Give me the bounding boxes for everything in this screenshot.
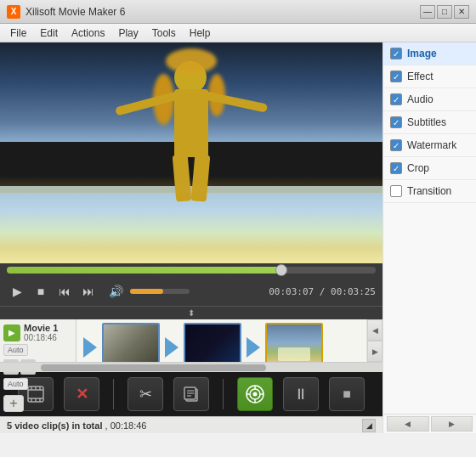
seek-bar[interactable] (7, 267, 376, 274)
status-bar: 5 video clip(s) in total , 00:18:46 ◢ (0, 416, 382, 433)
menu-bar: File Edit Actions Play Tools Help (0, 24, 476, 42)
scrollbar-thumb[interactable] (41, 364, 266, 371)
panel-item-crop[interactable]: ✓ Crop (383, 157, 476, 180)
panel-checkbox-subtitles[interactable]: ✓ (390, 116, 402, 128)
panel-checkbox-transition[interactable] (390, 185, 402, 197)
app-icon: X (7, 5, 20, 19)
clip-icon: ▶ (3, 324, 20, 341)
panel-label-watermark: Watermark (407, 139, 456, 151)
panel-checkbox-crop[interactable]: ✓ (390, 162, 402, 174)
panel-item-transition[interactable]: Transition (383, 180, 476, 203)
timeline-content: ▶ Movie 1 00:18:46 Auto 🎬 ⚙ Auto + (0, 319, 382, 362)
transport-bar: ▶ ■ ⏮ ⏭ 🔊 00:03:07 / 00:03:25 (0, 277, 382, 306)
delete-button[interactable]: ✕ (64, 377, 99, 411)
time-display: 00:03:07 / 00:03:25 (193, 286, 376, 297)
add-clip-button[interactable]: + (3, 395, 24, 412)
clip-thumbnail-2[interactable] (184, 323, 241, 362)
bottom-toolbar: ✕ ✂ (0, 372, 382, 416)
panel-label-effect: Effect (407, 71, 433, 82)
next-button[interactable]: ⏭ (78, 281, 99, 302)
right-panel: ✓ Image ✓ Effect ✓ Audio ✓ Subtitles ✓ W… (382, 42, 476, 433)
menu-tools[interactable]: Tools (145, 25, 183, 41)
menu-actions[interactable]: Actions (65, 25, 111, 41)
arrow-shape-3 (246, 337, 260, 358)
figure-body (174, 89, 208, 157)
status-text: 5 video clip(s) in total , 00:18:46 (7, 420, 146, 431)
scroll-down-button[interactable]: ▶ (367, 341, 382, 362)
clip-info-panel: ▶ Movie 1 00:18:46 Auto 🎬 ⚙ Auto + (0, 319, 76, 362)
render-button[interactable] (237, 377, 273, 411)
clip-duration: 00:18:46 (24, 333, 58, 342)
cut-button[interactable]: ✂ (128, 377, 163, 411)
prev-button[interactable]: ⏮ (54, 281, 75, 302)
volume-slider[interactable] (130, 289, 190, 294)
clip-arrow-2 (162, 323, 182, 362)
stop-icon: ■ (343, 386, 351, 402)
timeline-scrollbar[interactable] (0, 362, 382, 372)
copy-button[interactable] (173, 377, 209, 411)
panel-item-audio[interactable]: ✓ Audio (383, 88, 476, 111)
stop-button[interactable]: ■ (31, 281, 51, 302)
svg-point-16 (253, 392, 258, 397)
panel-item-effect[interactable]: ✓ Effect (383, 65, 476, 88)
clip-arrow-3 (243, 323, 264, 362)
progress-handle[interactable] (275, 264, 287, 276)
clip-thumbnail-1[interactable] (102, 323, 160, 362)
figure-leg-left (173, 155, 192, 202)
delete-icon: ✕ (76, 385, 88, 403)
video-preview[interactable] (0, 42, 382, 263)
pause-button[interactable]: ⏸ (283, 377, 319, 411)
panel-checkbox-watermark[interactable]: ✓ (390, 139, 402, 151)
panel-label-transition: Transition (407, 185, 451, 197)
main-area: ▶ ■ ⏮ ⏭ 🔊 00:03:07 / 00:03:25 ⬍ ▶ (0, 42, 476, 433)
minimize-button[interactable]: — (420, 5, 435, 19)
menu-edit[interactable]: Edit (33, 25, 65, 41)
clip-sub-badge: Auto (3, 378, 28, 390)
panel-scroll-up[interactable]: ◀ (387, 416, 429, 432)
clip-arrow-1 (80, 323, 100, 362)
panel-item-watermark[interactable]: ✓ Watermark (383, 134, 476, 157)
panel-checkbox-effect[interactable]: ✓ (390, 71, 402, 82)
right-scroll-panel: ◀ ▶ (366, 319, 382, 362)
panel-label-audio: Audio (407, 93, 434, 105)
progress-fill (7, 267, 284, 274)
clip-thumbnail-3[interactable] (265, 323, 323, 362)
panel-label-subtitles: Subtitles (407, 116, 446, 128)
stop-render-button[interactable]: ■ (329, 377, 365, 411)
film-add-icon (26, 384, 46, 404)
panel-label-image: Image (407, 48, 437, 59)
arrow-shape-2 (165, 337, 178, 358)
panel-item-subtitles[interactable]: ✓ Subtitles (383, 111, 476, 134)
panel-item-image[interactable]: ✓ Image (383, 42, 476, 65)
copy-icon (182, 385, 201, 403)
panel-scroll-down[interactable]: ▶ (431, 416, 473, 432)
toolbar-divider-2 (223, 379, 224, 409)
status-resize-handle[interactable]: ◢ (362, 419, 376, 432)
panel-checkbox-image[interactable]: ✓ (390, 48, 402, 59)
volume-icon: 🔊 (109, 285, 123, 298)
figure-hair-top (166, 48, 217, 74)
play-button[interactable]: ▶ (7, 281, 27, 302)
expand-row[interactable]: ⬍ (0, 306, 382, 319)
timeline-track[interactable] (76, 319, 366, 362)
right-panel-scroll: ◀ ▶ (383, 414, 476, 433)
panel-checkbox-audio[interactable]: ✓ (390, 93, 402, 105)
center-panel: ▶ ■ ⏮ ⏭ 🔊 00:03:07 / 00:03:25 ⬍ ▶ (0, 42, 382, 433)
video-figure (149, 74, 234, 201)
figure-leg-right (191, 155, 211, 202)
timeline-area: ▶ Movie 1 00:18:46 Auto 🎬 ⚙ Auto + (0, 319, 382, 372)
clip-header: ▶ Movie 1 00:18:46 (3, 323, 72, 342)
close-button[interactable]: ✕ (454, 5, 469, 19)
clip-badge: Auto (3, 344, 28, 356)
menu-file[interactable]: File (3, 25, 33, 41)
progress-area (0, 263, 382, 277)
arrow-shape-1 (83, 337, 97, 358)
menu-help[interactable]: Help (183, 25, 218, 41)
maximize-button[interactable]: □ (437, 5, 452, 19)
toolbar-divider-1 (113, 379, 114, 409)
title-bar: X Xilisoft Movie Maker 6 — □ ✕ (0, 0, 476, 24)
expand-icon: ⬍ (188, 308, 195, 318)
scroll-up-button[interactable]: ◀ (367, 319, 382, 341)
window-controls: — □ ✕ (420, 5, 469, 19)
menu-play[interactable]: Play (111, 25, 144, 41)
